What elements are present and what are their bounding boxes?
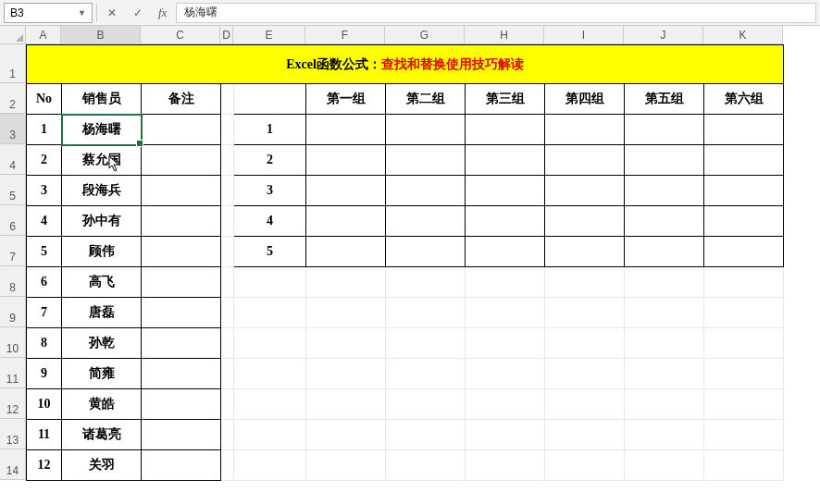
cell-E4[interactable]: 2	[234, 145, 306, 176]
cell-K3[interactable]	[704, 115, 784, 145]
cell-D12[interactable]	[221, 389, 234, 420]
row-header-1[interactable]: 1	[0, 44, 26, 83]
cell-B7[interactable]: 顾伟	[62, 237, 142, 267]
cell-G13[interactable]	[386, 420, 466, 450]
row-header-14[interactable]: 14	[0, 449, 26, 480]
cell-G8[interactable]	[386, 267, 466, 298]
cell-G12[interactable]	[386, 389, 466, 420]
cell-D6[interactable]	[221, 206, 234, 237]
cell-G4[interactable]	[386, 145, 466, 176]
cell-G10[interactable]	[386, 328, 466, 359]
column-header-F[interactable]: F	[305, 26, 385, 44]
cell-C14[interactable]	[142, 450, 221, 481]
cell-D3[interactable]	[221, 115, 234, 145]
cell-C12[interactable]	[142, 389, 221, 420]
cell-E8[interactable]	[234, 267, 306, 298]
cell-J13[interactable]	[625, 420, 704, 450]
cell-I4[interactable]	[545, 145, 625, 176]
cell-D7[interactable]	[221, 237, 234, 267]
cell-D8[interactable]	[221, 267, 234, 298]
column-header-H[interactable]: H	[465, 26, 544, 44]
cell-I12[interactable]	[545, 389, 625, 420]
cell-H12[interactable]	[466, 389, 545, 420]
column-header-I[interactable]: I	[544, 26, 624, 44]
row-header-5[interactable]: 5	[0, 175, 26, 205]
cell-J11[interactable]	[625, 359, 704, 389]
cell-F13[interactable]	[306, 420, 386, 450]
cell-B8[interactable]: 高飞	[62, 267, 142, 298]
cell-K4[interactable]	[704, 145, 784, 176]
cell-B6[interactable]: 孙中有	[62, 206, 142, 237]
cell-I14[interactable]	[545, 450, 625, 481]
cell-C2[interactable]: 备注	[142, 84, 221, 115]
cell-G3[interactable]	[386, 115, 466, 145]
cell-D9[interactable]	[221, 298, 234, 328]
row-header-8[interactable]: 8	[0, 266, 26, 297]
cell-H8[interactable]	[466, 267, 545, 298]
cell-H7[interactable]	[466, 237, 545, 267]
cell-E3[interactable]: 1	[234, 115, 306, 145]
cell-C3[interactable]	[142, 115, 221, 145]
cell-B12[interactable]: 黄皓	[62, 389, 142, 420]
cell-C6[interactable]	[142, 206, 221, 237]
cell-C7[interactable]	[142, 237, 221, 267]
cell-A4[interactable]: 2	[27, 145, 62, 176]
cell-A10[interactable]: 8	[27, 328, 62, 359]
cell-A7[interactable]: 5	[27, 237, 62, 267]
cell-E6[interactable]: 4	[234, 206, 306, 237]
cell-D14[interactable]	[221, 450, 234, 481]
cell-B9[interactable]: 唐磊	[62, 298, 142, 328]
cell-K2[interactable]: 第六组	[704, 84, 784, 115]
cell-J9[interactable]	[625, 298, 704, 328]
row-header-12[interactable]: 12	[0, 388, 26, 419]
cell-J8[interactable]	[625, 267, 704, 298]
row-header-11[interactable]: 11	[0, 358, 26, 388]
cell-E12[interactable]	[234, 389, 306, 420]
cell-D4[interactable]	[221, 145, 234, 176]
cell-F3[interactable]	[306, 115, 386, 145]
cell-D13[interactable]	[221, 420, 234, 450]
cell-G11[interactable]	[386, 359, 466, 389]
cell-G5[interactable]	[386, 176, 466, 206]
cell-H5[interactable]	[466, 176, 545, 206]
cell-A11[interactable]: 9	[27, 359, 62, 389]
cell-B2[interactable]: 销售员	[62, 84, 142, 115]
cell-K8[interactable]	[704, 267, 784, 298]
cell-B14[interactable]: 关羽	[62, 450, 142, 481]
cell-E5[interactable]: 3	[234, 176, 306, 206]
cell-H13[interactable]	[466, 420, 545, 450]
cell-H10[interactable]	[466, 328, 545, 359]
cell-B3[interactable]: 杨海曙	[62, 115, 142, 145]
cell-J12[interactable]	[625, 389, 704, 420]
cell-C13[interactable]	[142, 420, 221, 450]
cell-I7[interactable]	[545, 237, 625, 267]
cell-J10[interactable]	[625, 328, 704, 359]
cell-H9[interactable]	[466, 298, 545, 328]
cell-H3[interactable]	[466, 115, 545, 145]
cell-B10[interactable]: 孙乾	[62, 328, 142, 359]
cell-G7[interactable]	[386, 237, 466, 267]
cell-I9[interactable]	[545, 298, 625, 328]
row-header-9[interactable]: 9	[0, 297, 26, 327]
select-all-corner[interactable]	[0, 26, 26, 44]
cell-B5[interactable]: 段海兵	[62, 176, 142, 206]
chevron-down-icon[interactable]: ▼	[78, 8, 86, 18]
cell-E2[interactable]	[234, 84, 306, 115]
cell-E14[interactable]	[234, 450, 306, 481]
cell-J6[interactable]	[625, 206, 704, 237]
row-header-2[interactable]: 2	[0, 83, 26, 114]
cell-K9[interactable]	[704, 298, 784, 328]
cell-J4[interactable]	[625, 145, 704, 176]
cell-K10[interactable]	[704, 328, 784, 359]
cell-I6[interactable]	[545, 206, 625, 237]
cell-F4[interactable]	[306, 145, 386, 176]
row-header-4[interactable]: 4	[0, 144, 26, 175]
column-header-E[interactable]: E	[233, 26, 305, 44]
cell-C4[interactable]	[142, 145, 221, 176]
cell-B11[interactable]: 简雍	[62, 359, 142, 389]
cell-G2[interactable]: 第二组	[386, 84, 466, 115]
cell-H11[interactable]	[466, 359, 545, 389]
column-header-C[interactable]: C	[141, 26, 220, 44]
cancel-icon[interactable]: ✕	[101, 3, 123, 23]
fx-icon[interactable]: fx	[153, 6, 172, 20]
